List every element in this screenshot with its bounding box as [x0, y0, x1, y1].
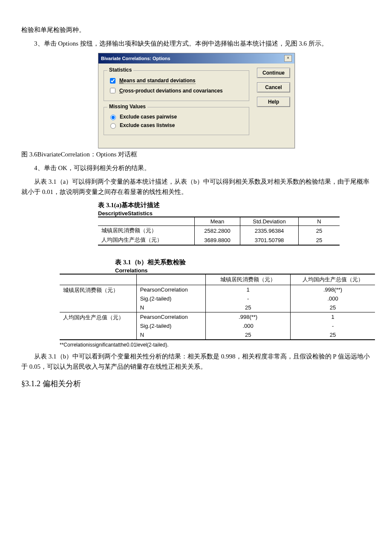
checkbox-means-sd[interactable]: Means and standard deviations — [108, 77, 245, 85]
cell-mean: 2582.2800 — [195, 226, 240, 236]
descriptive-statistics-table: Mean Std.Deviation N 城镇居民消费额（元） 2582.280… — [98, 217, 340, 246]
cell-value: .998(**) — [291, 285, 375, 295]
correlations-table: 城镇居民消费额（元） 人均国内生产总值（元） 城镇居民消费额（元） Pearso… — [60, 274, 375, 340]
options-dialog: Bivariate Correlations: Options × Statis… — [98, 53, 295, 148]
body-text: 从表 3.1（a）可以得到两个变量的基本统计描述，从表（b）中可以得到相关系数及… — [21, 176, 371, 197]
stat-label: PearsonCorrelation — [136, 285, 206, 295]
table-footnote: **Correlationissignificantatthe0.01level… — [60, 342, 371, 348]
group-legend: Missing Values — [107, 104, 147, 110]
cell-std: 2335.96384 — [240, 226, 299, 236]
checkbox-input[interactable] — [110, 78, 115, 84]
cell-value: 1 — [291, 312, 375, 322]
table-header-row: Mean Std.Deviation N — [98, 217, 340, 226]
th-blank — [60, 274, 136, 285]
body-text: 3、单击 Options 按纽，选择输出项和缺失值的处理方式。本例中选择输出基本… — [21, 38, 371, 49]
cell-value: .000 — [291, 294, 375, 303]
checkbox-input[interactable] — [110, 88, 115, 93]
th-mean: Mean — [195, 217, 240, 226]
stat-label: PearsonCorrelation — [136, 312, 206, 322]
table-a-subtitle: DescriptiveStatistics — [98, 210, 371, 217]
continue-button[interactable]: Continue — [257, 68, 290, 78]
checkbox-cross-product[interactable]: Cross-product deviations and covariances — [108, 87, 245, 95]
cell-std: 3701.50798 — [240, 235, 299, 245]
table-b-subtitle: Correlations — [115, 267, 371, 274]
cell-value: .998(**) — [206, 312, 291, 322]
dialog-buttons: Continue Cancel Help — [257, 68, 290, 107]
th-blank — [98, 217, 195, 226]
radio-input[interactable] — [110, 115, 116, 120]
close-icon[interactable]: × — [284, 55, 292, 62]
table-row: 人均国内生产总值（元） PearsonCorrelation .998(**) … — [60, 312, 375, 322]
row-label: 城镇居民消费额（元） — [60, 285, 136, 312]
th-blank — [136, 274, 206, 285]
cell-value: .000 — [206, 321, 291, 330]
cell-mean: 3689.8800 — [195, 235, 240, 245]
table-row: 城镇居民消费额（元） 2582.2800 2335.96384 25 — [98, 226, 340, 236]
figure-caption: 图 3.6BivariateCorrelation：Options 对话框 — [21, 150, 371, 159]
row-label: 人均国内生产总值（元） — [98, 235, 195, 245]
conclusion-text: 从表 3.1（b）中可以看到两个变量相关性分析的结果：相关系数是 0.998，相… — [21, 351, 371, 372]
section-heading: §3.1.2 偏相关分析 — [21, 379, 371, 389]
group-legend: Statistics — [107, 67, 133, 73]
option-label: Cross-product deviations and covariances — [119, 88, 223, 94]
stat-label: Sig.(2-tailed) — [136, 294, 206, 303]
th-col2: 人均国内生产总值（元） — [291, 274, 375, 285]
option-label: Exclude cases listwise — [120, 122, 175, 128]
table-a-caption: 表 3.1(a)基本统计描述 — [98, 201, 371, 209]
cell-value: 25 — [206, 330, 291, 340]
cell-value: 25 — [206, 303, 291, 312]
table-header-row: 城镇居民消费额（元） 人均国内生产总值（元） — [60, 274, 375, 285]
cell-value: 25 — [291, 330, 375, 340]
dialog-body: Statistics Means and standard deviations… — [98, 64, 294, 148]
statistics-group: Statistics Means and standard deviations… — [104, 70, 249, 101]
missing-values-group: Missing Values Exclude cases pairwise Ex… — [104, 107, 249, 135]
th-std: Std.Deviation — [240, 217, 299, 226]
table-row: 城镇居民消费额（元） PearsonCorrelation 1 .998(**) — [60, 285, 375, 295]
th-col1: 城镇居民消费额（元） — [206, 274, 291, 285]
radio-input[interactable] — [110, 123, 116, 129]
radio-exclude-pairwise[interactable]: Exclude cases pairwise — [108, 113, 245, 120]
body-text: 检验和单尾检验两种。 — [21, 25, 371, 35]
stat-label: N — [136, 330, 206, 340]
stat-label: N — [136, 303, 206, 312]
cell-n: 25 — [299, 226, 340, 236]
dialog-title-bar: Bivariate Correlations: Options × — [98, 53, 294, 64]
option-label: Means and standard deviations — [119, 78, 196, 84]
stat-label: Sig.(2-tailed) — [136, 321, 206, 330]
table-b-caption: 表 3.1（b）相关系数检验 — [115, 258, 371, 266]
cell-value: - — [291, 321, 375, 330]
cell-value: - — [206, 294, 291, 303]
row-label: 人均国内生产总值（元） — [60, 312, 136, 340]
th-n: N — [299, 217, 340, 226]
dialog-title: Bivariate Correlations: Options — [101, 56, 170, 61]
row-label: 城镇居民消费额（元） — [98, 226, 195, 236]
table-row: 人均国内生产总值（元） 3689.8800 3701.50798 25 — [98, 235, 340, 245]
radio-exclude-listwise[interactable]: Exclude cases listwise — [108, 122, 245, 129]
cell-value: 1 — [206, 285, 291, 295]
cancel-button[interactable]: Cancel — [257, 82, 290, 92]
cell-value: 25 — [291, 303, 375, 312]
option-label: Exclude cases pairwise — [120, 114, 177, 120]
help-button[interactable]: Help — [257, 97, 290, 107]
cell-n: 25 — [299, 235, 340, 245]
dialog-container: Bivariate Correlations: Options × Statis… — [98, 53, 371, 148]
body-text: 4、单击 OK，可以得到相关分析的结果。 — [21, 163, 371, 173]
